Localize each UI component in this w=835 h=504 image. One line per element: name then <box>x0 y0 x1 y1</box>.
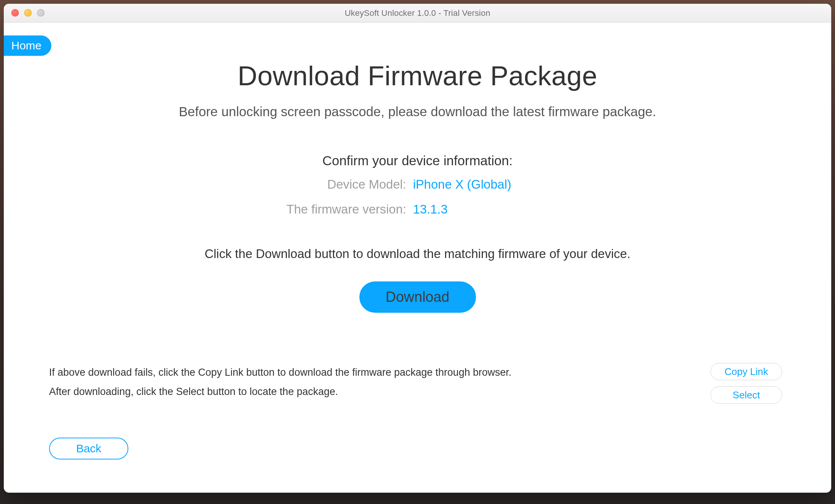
confirm-heading: Confirm your device information: <box>4 153 831 168</box>
app-window: UkeySoft Unlocker 1.0.0 - Trial Version … <box>4 4 831 493</box>
page-subtitle: Before unlocking screen passcode, please… <box>4 104 831 119</box>
alt-text: If above download fails, click the Copy … <box>49 363 695 402</box>
maximize-icon <box>37 9 45 17</box>
alt-row: If above download fails, click the Copy … <box>49 363 782 404</box>
firmware-version-label: The firmware version: <box>248 202 406 217</box>
download-hint: Click the Download button to download th… <box>4 247 831 261</box>
alt-line-2: After downloading, click the Select butt… <box>49 382 695 401</box>
titlebar: UkeySoft Unlocker 1.0.0 - Trial Version <box>4 4 831 23</box>
device-info: Device Model: iPhone X (Global) The firm… <box>248 177 587 217</box>
alt-line-1: If above download fails, click the Copy … <box>49 363 695 382</box>
device-model-label: Device Model: <box>248 177 406 192</box>
select-button[interactable]: Select <box>710 386 782 404</box>
window-title: UkeySoft Unlocker 1.0.0 - Trial Version <box>345 8 490 18</box>
close-icon[interactable] <box>11 9 19 17</box>
minimize-icon[interactable] <box>24 9 32 17</box>
back-button[interactable]: Back <box>49 438 128 459</box>
firmware-version-value[interactable]: 13.1.3 <box>413 202 587 217</box>
page-title: Download Firmware Package <box>4 60 831 91</box>
window-controls <box>11 9 45 17</box>
download-button[interactable]: Download <box>359 281 476 313</box>
copy-link-button[interactable]: Copy Link <box>710 363 782 380</box>
home-tab[interactable]: Home <box>4 35 51 56</box>
device-model-value[interactable]: iPhone X (Global) <box>413 177 587 192</box>
content: Download Firmware Package Before unlocki… <box>4 23 831 313</box>
